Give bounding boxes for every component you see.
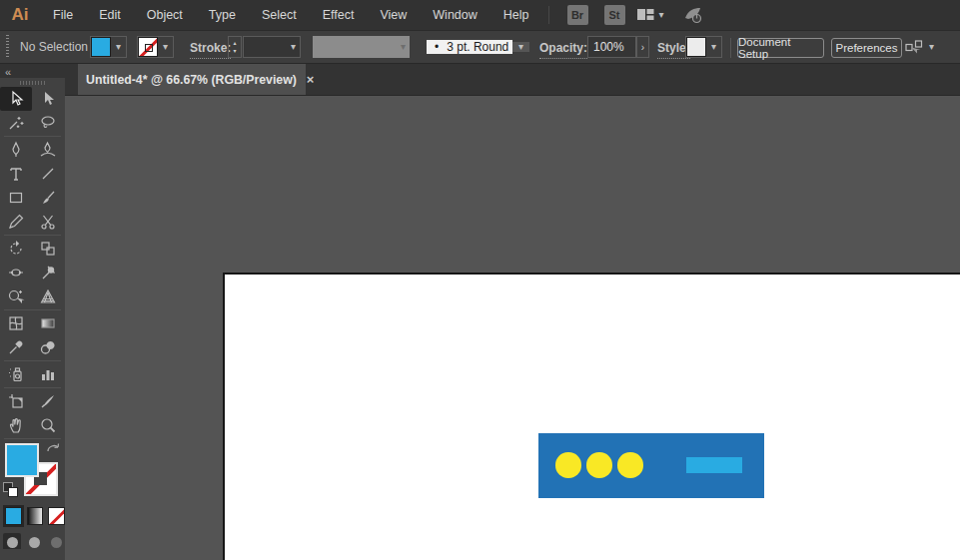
curvature-tool[interactable]	[32, 138, 64, 162]
menu-view[interactable]: View	[367, 8, 420, 22]
toolbar-collapse-icon[interactable]: «	[5, 66, 9, 78]
tools-panel-grip[interactable]	[20, 81, 46, 85]
hand-tool[interactable]	[0, 413, 32, 437]
eyedropper-tool-icon	[7, 338, 25, 356]
line-segment-tool[interactable]	[32, 162, 64, 186]
draw-normal-button[interactable]	[3, 533, 21, 549]
scissors-tool[interactable]	[32, 210, 64, 234]
swap-fill-stroke-icon[interactable]	[45, 441, 63, 457]
stock-button[interactable]: St	[604, 5, 625, 25]
chevron-down-icon[interactable]: ▾	[929, 42, 934, 52]
tab-close-icon[interactable]: ×	[307, 73, 315, 86]
eyedropper-tool[interactable]	[0, 335, 32, 359]
illustrator-window: Ai File Edit Object Type Select Effect V…	[0, 0, 960, 560]
menu-file[interactable]: File	[40, 8, 86, 22]
chevron-down-icon[interactable]: ▾	[512, 42, 529, 52]
menu-select[interactable]: Select	[249, 8, 310, 22]
fill-color-control[interactable]: ▾	[90, 36, 127, 58]
menu-type[interactable]: Type	[196, 8, 249, 22]
bridge-button[interactable]: Br	[567, 5, 588, 25]
graphic-style-control[interactable]: ▾	[685, 36, 722, 58]
menu-bar: Ai File Edit Object Type Select Effect V…	[0, 0, 960, 30]
yellow-dot-1[interactable]	[555, 452, 580, 477]
chevron-down-icon[interactable]: ▾	[111, 42, 126, 52]
stepper-up-icon[interactable]: ▴	[233, 39, 236, 47]
hand-tool-icon	[7, 416, 25, 434]
graphic-style-swatch[interactable]	[686, 37, 706, 57]
chevron-down-icon[interactable]: ▾	[291, 42, 300, 52]
light-blue-button-shape[interactable]	[686, 457, 742, 473]
type-tool[interactable]	[0, 162, 32, 186]
stroke-color-control[interactable]: ▾	[137, 36, 174, 58]
stepper-down-icon[interactable]: ▾	[233, 47, 236, 55]
width-tool[interactable]	[0, 261, 32, 284]
gradient-tool[interactable]	[32, 311, 64, 335]
magic-wand-tool[interactable]	[0, 111, 32, 135]
fill-color-swatch[interactable]	[91, 37, 111, 57]
chevron-down-icon: ▾	[401, 42, 410, 52]
menu-object[interactable]: Object	[134, 8, 196, 22]
tools-panel	[0, 78, 65, 560]
paintbrush-tool[interactable]	[32, 186, 64, 210]
none-mode-button[interactable]	[48, 507, 65, 525]
blend-tool[interactable]	[32, 335, 64, 359]
lasso-tool[interactable]	[32, 111, 64, 135]
artboard-tool[interactable]	[0, 389, 32, 413]
zoom-tool[interactable]	[32, 413, 64, 437]
puppet-warp-tool[interactable]	[32, 261, 64, 284]
fill-swatch[interactable]	[5, 443, 39, 477]
menubar-separator	[548, 6, 549, 24]
menu-effect[interactable]: Effect	[310, 8, 368, 22]
opacity-expand-button[interactable]: ›	[636, 36, 649, 58]
stroke-none-swatch[interactable]	[138, 37, 158, 57]
stroke-weight-dropdown[interactable]: ▾	[243, 36, 301, 58]
preferences-button[interactable]: Preferences	[831, 38, 902, 58]
document-tab[interactable]: Untitled-4* @ 66.67% (RGB/Preview) ×	[78, 64, 306, 95]
blend-tool-icon	[39, 338, 57, 356]
menu-help[interactable]: Help	[490, 8, 542, 22]
workspace-switcher-button[interactable]: ▾	[637, 8, 664, 22]
symbol-sprayer-tool[interactable]	[0, 362, 32, 386]
line-segment-tool-icon	[39, 165, 57, 183]
artboard[interactable]	[223, 273, 960, 560]
toolbar-separator	[4, 309, 61, 310]
document-tab-title: Untitled-4* @ 66.67% (RGB/Preview)	[78, 73, 297, 87]
gradient-mode-button[interactable]	[27, 507, 44, 525]
column-graph-tool[interactable]	[32, 362, 64, 386]
select-similar-control[interactable]: ▾	[905, 31, 934, 63]
rotate-tool[interactable]	[0, 237, 32, 261]
stroke-weight-stepper[interactable]: ▴ ▾	[228, 36, 242, 58]
chevron-down-icon[interactable]: ▾	[158, 42, 173, 52]
yellow-dot-2[interactable]	[586, 452, 611, 477]
draw-inside-button[interactable]	[47, 533, 65, 549]
brush-definition-value[interactable]: • 3 pt. Round	[427, 40, 512, 54]
draw-behind-button[interactable]	[25, 533, 43, 549]
menu-window[interactable]: Window	[420, 8, 489, 22]
toolbar-separator	[4, 136, 61, 137]
perspective-grid-tool[interactable]	[32, 284, 64, 308]
selection-status: No Selection	[20, 31, 88, 63]
scale-tool[interactable]	[32, 237, 64, 261]
rectangle-tool[interactable]	[0, 186, 32, 210]
pencil-tool[interactable]	[0, 210, 32, 234]
chevron-down-icon[interactable]: ▾	[706, 42, 721, 52]
default-fill-stroke-icon[interactable]	[3, 482, 18, 497]
shape-builder-tool[interactable]	[0, 284, 32, 308]
gpu-performance-button[interactable]	[682, 6, 704, 24]
pen-tool-icon	[7, 141, 25, 159]
yellow-dot-3[interactable]	[617, 452, 642, 477]
menu-edit[interactable]: Edit	[86, 8, 134, 22]
direct-selection-tool[interactable]	[32, 87, 64, 111]
document-setup-button[interactable]: Document Setup	[737, 38, 824, 58]
opacity-input[interactable]: 100%	[587, 36, 636, 58]
symbol-sprayer-tool-icon	[7, 365, 25, 383]
toolbar-separator	[4, 387, 61, 388]
mesh-tool[interactable]	[0, 311, 32, 335]
brush-definition-dropdown[interactable]: • 3 pt. Round ▾	[427, 36, 529, 58]
color-mode-button[interactable]	[5, 507, 22, 525]
rectangle-tool-icon	[7, 189, 25, 207]
pen-tool[interactable]	[0, 138, 32, 162]
slice-tool[interactable]	[32, 389, 64, 413]
selection-tool[interactable]	[0, 87, 32, 111]
panel-grip[interactable]	[5, 35, 10, 59]
